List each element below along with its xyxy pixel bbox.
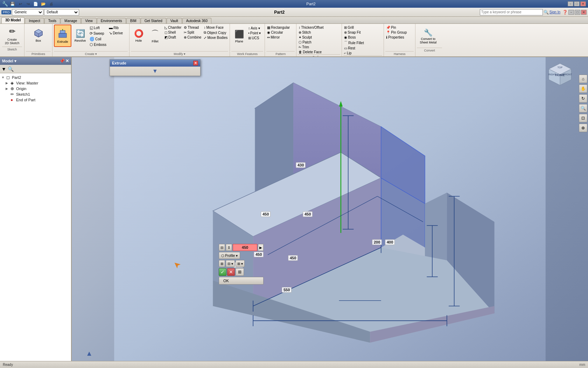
qat-redo[interactable]: ↪ bbox=[25, 1, 31, 7]
stitch-btn[interactable]: ⊕ Stitch bbox=[298, 30, 340, 35]
orbit-btn[interactable]: ↻ bbox=[579, 94, 587, 103]
qat-open[interactable]: 📂 bbox=[40, 1, 47, 7]
title-controls[interactable]: − □ ✕ bbox=[568, 1, 586, 6]
dialog-expand-arrow[interactable]: ▼ bbox=[152, 68, 158, 74]
hole-btn[interactable]: ⭕ Hole bbox=[131, 25, 146, 47]
home-view-btn[interactable]: ⌂ bbox=[579, 75, 587, 83]
modify-dropdown-icon[interactable]: ▾ bbox=[184, 52, 186, 56]
sweep-btn[interactable]: ⟳ Sweep bbox=[89, 31, 107, 36]
extrude-opt1-btn[interactable]: ⊞ bbox=[219, 260, 225, 267]
qat-print[interactable]: 🖨 bbox=[48, 1, 54, 7]
circular-btn[interactable]: ◉ Circular bbox=[266, 30, 295, 35]
max-btn2[interactable]: □ bbox=[575, 10, 580, 15]
rectangular-btn[interactable]: ▦ Rectangular bbox=[266, 25, 295, 30]
close-btn2[interactable]: ✕ bbox=[581, 10, 587, 15]
panel-title[interactable]: Model ▾ bbox=[2, 59, 16, 63]
extrude-arrow-btn[interactable]: ▶ bbox=[258, 244, 264, 251]
combine-btn[interactable]: ⊕ Combine bbox=[183, 35, 202, 40]
filter-icon[interactable]: ▼ bbox=[1, 66, 6, 72]
convert-sheet-metal-btn[interactable]: 🔧 Convert toSheet Metal bbox=[417, 25, 439, 48]
point-btn[interactable]: • Point ▾ bbox=[247, 31, 261, 35]
panel-close-btn[interactable]: ✕ bbox=[65, 59, 69, 63]
minimize-btn[interactable]: − bbox=[568, 1, 573, 6]
patch-btn[interactable]: ⬡ Patch bbox=[298, 40, 340, 45]
tab-vault[interactable]: Vault bbox=[167, 18, 182, 23]
workspace-selector[interactable]: Generic bbox=[12, 9, 43, 15]
tree-item-sketch1[interactable]: ✏ Sketch1 bbox=[1, 91, 70, 97]
tab-environments[interactable]: Environments bbox=[97, 18, 126, 23]
expand-origin[interactable]: ▶ bbox=[6, 87, 10, 90]
loft-btn[interactable]: ◱ Loft bbox=[89, 25, 107, 30]
zoom-btn[interactable]: 🔍 bbox=[579, 104, 587, 113]
extrude-value-input[interactable] bbox=[233, 244, 257, 251]
lip-btn[interactable]: ⌐ Lip bbox=[343, 51, 382, 55]
tab-3d-model[interactable]: 3D Model bbox=[1, 17, 24, 23]
tab-view[interactable]: View bbox=[81, 18, 97, 23]
profile-btn[interactable]: ⬡ Profile ▾ bbox=[219, 252, 240, 259]
split-btn[interactable]: ✂ Split bbox=[183, 30, 202, 35]
create-dropdown-icon[interactable]: ▾ bbox=[95, 52, 97, 56]
box-btn[interactable]: Box bbox=[31, 25, 46, 46]
revolve-btn[interactable]: 🔄 Revolve bbox=[72, 25, 88, 47]
extrude-mode-btn[interactable]: ⊟ bbox=[219, 244, 225, 251]
tab-bim[interactable]: BIM bbox=[126, 18, 140, 23]
trim-btn[interactable]: ✁ Trim bbox=[298, 45, 340, 49]
viewport[interactable]: Extrude ✕ ▼ bbox=[72, 57, 588, 361]
delete-face-btn[interactable]: 🗑 Delete Face bbox=[298, 50, 340, 54]
tree-item-view-master[interactable]: ▶ ◈ View: Master bbox=[1, 80, 70, 86]
maximize-btn[interactable]: □ bbox=[574, 1, 580, 6]
extrude-sym-btn[interactable]: ⇕ bbox=[226, 244, 232, 251]
move-bodies-btn[interactable]: ⤢ Move Bodies bbox=[203, 35, 228, 40]
search-input[interactable] bbox=[480, 9, 543, 15]
qat-undo[interactable]: ↩ bbox=[17, 1, 23, 7]
project-selector[interactable]: Default bbox=[44, 9, 79, 15]
qat-new[interactable]: 📄 bbox=[33, 1, 39, 7]
close-btn[interactable]: ✕ bbox=[580, 1, 586, 6]
derive-btn[interactable]: ↘ Derive bbox=[108, 30, 124, 36]
thread-btn[interactable]: ⚙ Thread bbox=[183, 25, 202, 30]
pin-btn[interactable]: 📌 Pin bbox=[385, 25, 414, 30]
sculpt-btn[interactable]: ✦ Sculpt bbox=[298, 35, 340, 40]
expand-part2[interactable]: ▼ bbox=[1, 76, 6, 79]
extrude-opt2-btn[interactable]: ⊟ ▾ bbox=[226, 260, 235, 267]
qat-save[interactable]: 💾 bbox=[9, 1, 16, 7]
coil-btn[interactable]: 🌀 Coil bbox=[89, 36, 107, 42]
tree-item-part2[interactable]: ▼ ◻ Part2 bbox=[1, 75, 70, 80]
mirror-btn[interactable]: ⇔ Mirror bbox=[266, 35, 295, 40]
plane-btn[interactable]: ⬛ Plane bbox=[231, 25, 247, 48]
tab-get-started[interactable]: Get Started bbox=[141, 18, 166, 23]
rest-btn[interactable]: ▭ Rest bbox=[343, 46, 382, 50]
extrude-opt3-btn[interactable]: ⊞ ▾ bbox=[236, 260, 245, 267]
boss-btn[interactable]: ◉ Boss bbox=[343, 35, 382, 40]
extrude-btn[interactable]: Extrude bbox=[54, 25, 71, 47]
shell-btn[interactable]: ◻ Shell bbox=[164, 30, 182, 35]
tab-inspect[interactable]: Inspect bbox=[25, 18, 44, 23]
tab-manage[interactable]: Manage bbox=[61, 18, 81, 23]
chamfer-btn[interactable]: ◺ Chamfer bbox=[164, 25, 182, 30]
draft-btn[interactable]: ◩ Draft bbox=[164, 35, 182, 40]
viewcube[interactable]: HOME TOP FRONT RIGHT bbox=[546, 61, 574, 89]
rib-btn[interactable]: ▬ Rib bbox=[108, 25, 124, 30]
emboss-btn[interactable]: ⬡ Emboss bbox=[89, 42, 107, 47]
dialog-close-btn[interactable]: ✕ bbox=[193, 61, 198, 66]
search-model-icon[interactable]: 🔍 bbox=[8, 66, 14, 72]
pin-group-btn[interactable]: 📍 Pin Group bbox=[385, 30, 414, 35]
grill-btn[interactable]: ⊞ Grill bbox=[343, 25, 382, 30]
extrude-cancel-btn[interactable]: ✕ bbox=[227, 268, 235, 276]
rule-fillet-btn[interactable]: ⌒ Rule Fillet bbox=[343, 40, 382, 46]
extrude-ok-check-btn[interactable]: ✓ bbox=[219, 268, 226, 276]
thicken-offset-btn[interactable]: ↕ Thicken/Offset bbox=[298, 25, 340, 30]
extrude-ok-btn[interactable]: OK bbox=[219, 277, 264, 285]
move-face-btn[interactable]: ↕ Move Face bbox=[203, 25, 228, 30]
ucs-btn[interactable]: ⊞ UCS bbox=[247, 36, 261, 40]
tab-autodesk360[interactable]: Autodesk 360 bbox=[182, 18, 211, 23]
panel-pin-btn[interactable]: 📌 bbox=[59, 59, 65, 63]
help-icon[interactable]: ❓ bbox=[562, 10, 568, 15]
create-2d-sketch-btn[interactable]: ✏ Create2D Sketch bbox=[2, 25, 22, 46]
min-btn2[interactable]: − bbox=[568, 10, 574, 15]
extrude-menu-btn[interactable]: ⊞ bbox=[236, 268, 244, 276]
tree-item-origin[interactable]: ▶ ⊕ Origin bbox=[1, 86, 70, 91]
snap-fit-btn[interactable]: ⊗ Snap Fit bbox=[343, 30, 382, 35]
tab-tools[interactable]: Tools bbox=[44, 18, 60, 23]
zoom-all-btn[interactable]: ⊡ bbox=[579, 114, 587, 122]
